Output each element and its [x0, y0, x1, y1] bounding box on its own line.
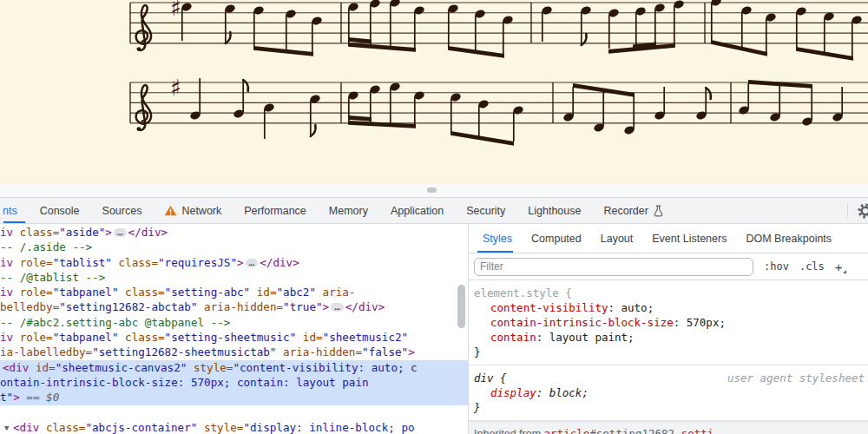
tab-label: Sources [102, 205, 142, 217]
styles-tab-event-listeners[interactable]: Event Listeners [642, 224, 736, 253]
page-devtools-gap [0, 184, 868, 197]
devtools-tab-application[interactable]: Application [379, 198, 455, 223]
code-token: <div [3, 361, 36, 374]
code-token: iv [0, 256, 20, 269]
dom-tree-node[interactable]: iv role="tabpanel" class="setting-sheetm… [0, 330, 468, 345]
sheet-music: ♯♯ [0, 0, 868, 184]
rule-close-brace: } [474, 345, 865, 359]
dom-tree-node[interactable]: ▼<div class="abcjs-container" style="dis… [0, 420, 468, 434]
code-token: </div> [345, 300, 385, 313]
devtools-tab-performance[interactable]: Performance [233, 198, 318, 223]
code-token: aria-hidden= [197, 300, 283, 313]
code-token: > [105, 226, 112, 239]
code-token: "display: inline-block; po [243, 421, 414, 434]
code-token: "requiresJS" [158, 256, 237, 269]
code-token: class= [119, 286, 165, 299]
code-token: <div [13, 421, 46, 434]
resize-handle[interactable] [427, 187, 437, 193]
rule-selector[interactable]: div { [474, 371, 507, 385]
note-flag [243, 80, 248, 91]
code-token: id= [36, 361, 56, 374]
css-declaration[interactable]: contain: layout paint; [474, 330, 865, 345]
tab-label: Application [391, 205, 444, 217]
tab-label: Lighthouse [528, 205, 581, 217]
devtools-tab-recorder[interactable]: Recorder [592, 198, 674, 223]
style-rule: element.style {content-visibility: auto;… [469, 280, 868, 365]
toggle-cls-button[interactable]: .cls [799, 260, 825, 273]
dom-tree-node [0, 405, 468, 420]
elements-scrollbar[interactable] [457, 285, 465, 328]
code-token: "setting-sheetmusic" [165, 331, 297, 344]
styles-filter-row: :hov .cls + [469, 253, 868, 280]
css-value: block [549, 386, 582, 399]
dom-tree-node-selected[interactable]: <div id="sheetmusic-canvas2" style="cont… [0, 360, 468, 375]
code-token: > [408, 345, 415, 358]
expand-arrow-icon: ▼ [4, 421, 13, 434]
css-declaration[interactable]: contain-intrinsic-block-size: 570px; [474, 315, 865, 330]
styles-tab-dom-breakpoints[interactable]: DOM Breakpoints [736, 224, 841, 253]
expand-ellipsis-button[interactable]: … [246, 259, 259, 267]
code-token: -- /.aside --> [0, 240, 92, 253]
toggle-hov-button[interactable]: :hov [764, 260, 789, 273]
code-token: == $0 [20, 391, 60, 404]
dom-tree-node[interactable]: ia-labelledby="setting12682-sheetmusicta… [0, 345, 468, 359]
code-token: style= [187, 361, 233, 374]
warning-icon [164, 205, 177, 216]
devtools-tab-memory[interactable]: Memory [318, 198, 379, 223]
devtools-tab-nts[interactable]: nts [0, 198, 29, 223]
code-token: "setting-abc" [165, 286, 251, 299]
devtools-tab-sources[interactable]: Sources [91, 198, 154, 223]
rule-selector[interactable]: element.style { [474, 286, 572, 300]
styles-tab-computed[interactable]: Computed [522, 224, 591, 253]
devtools-toolbar: ntsConsoleSourcesNetworkPerformanceMemor… [0, 198, 868, 224]
treble-clef-icon [136, 85, 151, 131]
code-token: -- /#abc2.setting-abc @tabpanel --> [0, 316, 230, 329]
dom-tree-node[interactable]: iv role="tablist" class="requiresJS">…</… [0, 255, 468, 270]
code-token: class= [46, 421, 86, 434]
beam [711, 40, 767, 56]
key-signature-sharp: ♯ [170, 0, 181, 21]
devtools: ntsConsoleSourcesNetworkPerformanceMemor… [0, 197, 868, 434]
css-declaration[interactable]: content-visibility: auto; [474, 300, 865, 315]
dom-tree-node[interactable]: -- /@tablist --> [0, 270, 468, 285]
code-token: </div> [260, 256, 299, 269]
code-token: > [237, 256, 244, 269]
node-link-part: #setting12682 [589, 427, 674, 434]
code-token: style= [197, 421, 243, 434]
expand-ellipsis-button[interactable]: … [114, 228, 127, 237]
css-value: 570px [687, 316, 720, 329]
code-token: "abc2" [277, 286, 317, 299]
dom-tree-node-selected[interactable]: t"> == $0 [0, 390, 468, 404]
styles-filter-input[interactable] [474, 258, 753, 276]
inherited-node-link[interactable]: article#setting12682.setti… [544, 427, 720, 434]
dom-tree-node[interactable]: -- /#abc2.setting-abc @tabpanel --> [0, 315, 468, 330]
css-declaration[interactable]: display: block; [474, 385, 865, 400]
css-property: content-visibility [490, 301, 608, 314]
code-token: "setting12682-abctab" [59, 300, 197, 313]
dom-tree-node[interactable]: iv class="aside">…</div> [0, 225, 468, 240]
code-token: "abcjs-container" [85, 421, 197, 434]
dom-tree-node[interactable]: iv role="tabpanel" class="setting-abc" i… [0, 285, 468, 299]
code-token: > [13, 391, 20, 404]
devtools-tab-network[interactable]: Network [153, 198, 233, 223]
code-token: id= [296, 331, 322, 344]
devtools-tab-security[interactable]: Security [455, 198, 516, 223]
dom-tree-node[interactable]: -- /.aside --> [0, 240, 468, 254]
dom-tree-node[interactable]: belledby="setting12682-abctab" aria-hidd… [0, 299, 468, 314]
devtools-tab-console[interactable]: Console [29, 198, 91, 223]
css-value: layout paint [549, 331, 628, 344]
settings-gear-icon[interactable] [857, 202, 868, 220]
tab-label: Recorder [603, 205, 648, 217]
code-token: "tabpanel" [53, 286, 119, 299]
beam [348, 43, 416, 52]
node-link-part: .setti… [674, 427, 720, 434]
dom-tree-node-selected[interactable]: ontain-intrinsic-block-size: 570px; cont… [0, 375, 468, 390]
code-token: "tablist" [53, 256, 112, 269]
beam [348, 37, 372, 43]
devtools-tab-lighthouse[interactable]: Lighthouse [516, 198, 592, 223]
expand-ellipsis-button[interactable]: … [331, 303, 344, 312]
styles-tab-styles[interactable]: Styles [469, 224, 522, 253]
new-style-rule-button[interactable]: + [835, 260, 843, 274]
toolbar-right [838, 198, 868, 223]
styles-tab-layout[interactable]: Layout [591, 224, 643, 253]
